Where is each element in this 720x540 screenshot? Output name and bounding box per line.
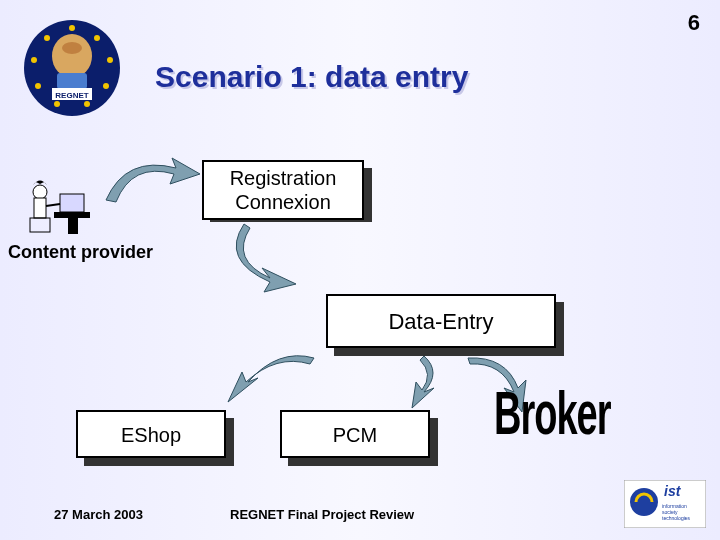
eshop-box: EShop [76, 410, 226, 458]
ist-logo: ist information society technologies [624, 480, 706, 528]
svg-point-18 [33, 185, 47, 199]
svg-point-3 [107, 57, 113, 63]
svg-rect-17 [68, 218, 78, 234]
svg-rect-12 [57, 73, 87, 89]
svg-text:REGNET: REGNET [55, 91, 88, 100]
pcm-box: PCM [280, 410, 430, 458]
svg-point-23 [630, 488, 658, 516]
svg-text:technologies: technologies [662, 515, 691, 521]
svg-point-6 [54, 101, 60, 107]
svg-text:ist: ist [664, 483, 682, 499]
arrow-registration-to-data [230, 220, 330, 300]
footer-date: 27 March 2003 [54, 507, 143, 522]
svg-line-20 [46, 204, 60, 206]
svg-rect-21 [30, 218, 50, 232]
data-entry-box: Data-Entry [326, 294, 556, 348]
svg-point-10 [52, 34, 92, 78]
svg-point-11 [62, 42, 82, 54]
eshop-text: EShop [121, 424, 181, 446]
svg-rect-16 [54, 212, 90, 218]
svg-point-2 [94, 35, 100, 41]
svg-point-8 [31, 57, 37, 63]
pcm-text: PCM [333, 424, 377, 446]
registration-text: Registration Connexion [230, 167, 337, 213]
registration-box: Registration Connexion [202, 160, 364, 220]
svg-point-7 [35, 83, 41, 89]
data-entry-text: Data-Entry [388, 309, 493, 334]
footer-center: REGNET Final Project Review [230, 507, 414, 522]
svg-rect-15 [60, 194, 84, 212]
user-at-computer-icon [24, 180, 94, 240]
content-provider-label: Content provider [8, 242, 153, 263]
svg-point-5 [84, 101, 90, 107]
svg-rect-19 [34, 198, 46, 218]
svg-point-9 [44, 35, 50, 41]
arrow-data-to-pcm [376, 352, 446, 412]
regnet-logo: REGNET [22, 18, 122, 118]
svg-point-4 [103, 83, 109, 89]
svg-point-1 [69, 25, 75, 31]
arrow-user-to-registration [96, 150, 206, 210]
broker-label: Broker [494, 379, 611, 448]
arrow-data-to-eshop [218, 352, 328, 416]
slide-title: Scenario 1: data entry [155, 60, 468, 94]
page-number: 6 [688, 10, 700, 36]
